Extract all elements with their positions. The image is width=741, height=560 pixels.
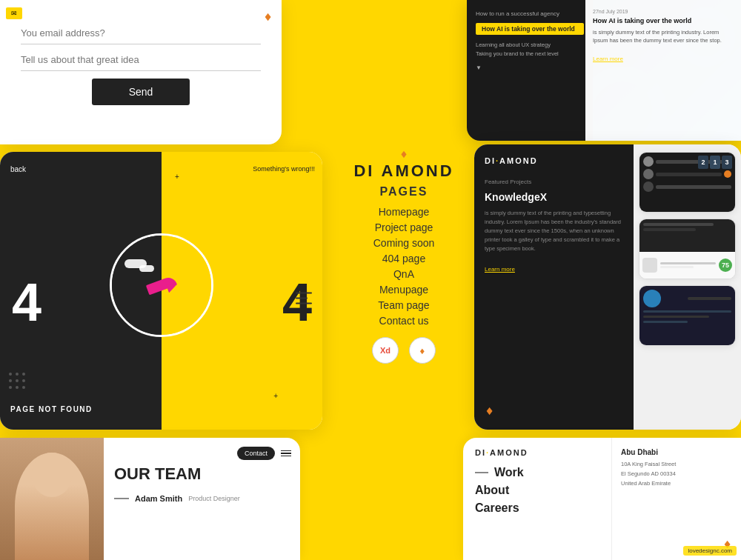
page-coming-soon[interactable]: Coming soon [326, 237, 482, 249]
contact-pill[interactable]: Contact [237, 447, 275, 460]
circle-404 [110, 233, 213, 337]
portfolio-gem-badge: ⬧ [485, 400, 494, 419]
hamburger-menu[interactable] [281, 450, 291, 457]
blog-article-body: is simply dummy text of the printing ind… [593, 28, 734, 45]
our-team-title: OUR TEAM [114, 464, 290, 484]
member-name: Adam Smith [135, 494, 182, 503]
xd-icon[interactable]: Xd [372, 337, 399, 364]
404-card: back 4 PAGE NOT FOUND Something's wrong!… [0, 152, 322, 430]
blog-highlight: How AI is taking over the world [476, 23, 584, 35]
blog-article-overlay: 27nd July 2019 How AI is taking over the… [585, 0, 741, 141]
learn-more-link[interactable]: Learn more [593, 56, 623, 62]
portfolio-card: DI·AMOND Featured Projects KnowledgeX is… [474, 144, 741, 430]
blog-sub-texts: Learning all about UX strategy Taking yo… [476, 41, 584, 59]
team-nav: Contact [237, 447, 291, 460]
plus-deco-1: + [175, 173, 179, 181]
phone-mockup-2: 75 [639, 219, 736, 279]
team-member-row: Adam Smith Product Designer [114, 494, 290, 503]
portfolio-learn-more[interactable]: Learn more [485, 266, 515, 273]
member-role: Product Designer [188, 495, 240, 502]
watermark: lovedesignc.com [683, 546, 737, 556]
brand-name: DI·AMOND [353, 161, 453, 180]
blog-card: How to run a successful agency How AI is… [467, 0, 741, 141]
send-button[interactable]: Send [92, 79, 190, 105]
page-not-found-label: PAGE NOT FOUND [10, 405, 93, 413]
page-qna[interactable]: QnA [326, 268, 482, 280]
page-404[interactable]: 404 page [326, 253, 482, 264]
footer-brand: DI·AMOND [475, 448, 599, 457]
blog-small-text: How to run a successful agency [476, 10, 584, 17]
tool-icons-row: Xd ⬧ [326, 337, 482, 364]
nav-work-dash [475, 472, 488, 473]
blog-article-title: How AI is taking over the world [593, 17, 734, 24]
nav-about[interactable]: About [475, 484, 599, 497]
footer-right: Abu Dhabi 10A King Faisal StreetEl Segun… [611, 438, 741, 560]
blog-date: 27nd July 2019 [593, 9, 734, 14]
something-wrong-text: Something's wrong!!! [253, 165, 315, 173]
team-content: Contact OUR TEAM Adam Smith Product Desi… [104, 438, 300, 560]
portfolio-brand: DI·AMOND [485, 156, 623, 165]
error-number-left: 4 [12, 276, 40, 329]
email-input[interactable] [21, 22, 261, 44]
footer-card: DI·AMOND Work About Careers Abu Dhabi 10… [463, 438, 741, 560]
page-menupage[interactable]: Menupage [326, 284, 482, 296]
logo-gem-icon: ⬧ [326, 144, 482, 161]
footer-address: 10A King Faisal StreetEl Segundo AD 0033… [621, 460, 732, 488]
project-description: is simply dummy text of the printing and… [485, 209, 623, 253]
plane-illustration [147, 280, 176, 290]
project-name: KnowledgeX [485, 191, 623, 203]
dots-pattern [9, 373, 25, 389]
page-contact[interactable]: Contact us [326, 315, 482, 327]
page-team[interactable]: Team page [326, 299, 482, 311]
contact-form-card: ⬧ ✉ Send [0, 0, 282, 144]
team-photo [0, 438, 104, 560]
dash-lines [296, 292, 312, 304]
diamond-pages-section: ⬧ DI·AMOND PAGES Homepage Project page C… [326, 144, 482, 364]
member-dash [114, 498, 129, 499]
nav-work[interactable]: Work [475, 466, 599, 479]
portfolio-phones: 2 1 3 75 [634, 144, 741, 430]
diamond-logo: ⬧ DI·AMOND [326, 144, 482, 181]
phone-mockup-1: 2 1 3 [639, 152, 736, 213]
footer-city: Abu Dhabi [621, 448, 732, 456]
team-inner: Contact OUR TEAM Adam Smith Product Desi… [0, 438, 300, 560]
email-icon: ✉ [6, 7, 22, 19]
footer-nav: Work About Careers [475, 466, 599, 515]
page-project[interactable]: Project page [326, 221, 482, 233]
idea-input[interactable] [21, 49, 261, 71]
blog-card-left: How to run a successful agency How AI is… [467, 0, 593, 141]
blog-expand-icon: ▼ [476, 64, 584, 71]
pages-label: PAGES [326, 185, 482, 199]
back-button[interactable]: back [10, 165, 26, 173]
nav-careers[interactable]: Careers [475, 501, 599, 515]
portfolio-main: DI·AMOND Featured Projects KnowledgeX is… [474, 144, 634, 430]
featured-label: Featured Projects [485, 179, 623, 185]
team-card: Contact OUR TEAM Adam Smith Product Desi… [0, 438, 300, 560]
404-inner: back 4 PAGE NOT FOUND Something's wrong!… [0, 152, 322, 430]
phone-mockup-3 [639, 285, 736, 346]
pages-list: Homepage Project page Coming soon 404 pa… [326, 206, 482, 327]
sketch-gem-icon: ⬧ [263, 6, 273, 25]
footer-main: DI·AMOND Work About Careers [463, 438, 611, 560]
page-homepage[interactable]: Homepage [326, 206, 482, 218]
plus-deco-2: + [273, 392, 278, 400]
sketch-icon[interactable]: ⬧ [409, 337, 436, 364]
